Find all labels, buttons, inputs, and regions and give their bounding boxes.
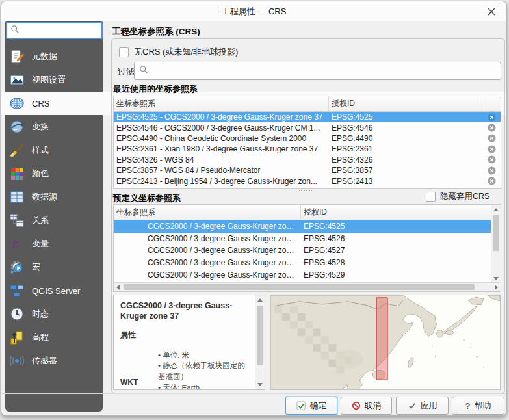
elevation-icon	[8, 329, 25, 346]
auth-id-cell: EPSG:4526	[301, 234, 491, 243]
remove-crs-icon[interactable]	[488, 155, 496, 164]
recent-crs-row[interactable]: EPSG:2413 - Beijing 1954 / 3-degree Gaus…	[114, 176, 501, 186]
ok-button[interactable]: 确定	[285, 397, 337, 415]
predefined-crs-row[interactable]: CGCS2000 / 3-degree Gauss-Kruger zone 39…	[114, 244, 491, 257]
scrollbar-thumb[interactable]	[124, 284, 475, 290]
colors-icon	[8, 165, 25, 182]
macros-icon	[8, 259, 25, 276]
recent-crs-row[interactable]: EPSG:4525 - CGCS2000 / 3-degree Gauss-Kr…	[114, 112, 501, 122]
hide-deprecated-checkbox[interactable]	[426, 192, 436, 202]
crs-property-item: 单位: 米	[158, 350, 250, 361]
title-bar: 工程属性 — CRS	[1, 1, 506, 21]
recent-crs-row[interactable]: EPSG:3857 - WGS 84 / Pseudo-MercatorEPSG…	[114, 165, 501, 176]
sidebar-item-label: 关系	[32, 215, 49, 226]
crs-name-cell: CGCS2000 / 3-degree Gauss-Kruger zone 41	[114, 270, 301, 280]
apply-button[interactable]: 应用	[396, 397, 449, 415]
scroll-up-icon[interactable]	[493, 208, 499, 211]
predefined-crs-row[interactable]: CGCS2000 / 3-degree Gauss-Kruger zone 40…	[114, 257, 491, 269]
auth-id-cell: EPSG:2413	[329, 177, 482, 186]
crs-filter-box[interactable]	[134, 62, 501, 80]
filter-label: 过滤	[118, 66, 135, 78]
auth-id-cell: EPSG:4529	[301, 270, 491, 280]
crs-name-cell: EPSG:3857 - WGS 84 / Pseudo-Mercator	[114, 166, 329, 175]
recent-crs-row[interactable]: EPSG:2361 - Xian 1980 / 3-degree Gauss-K…	[114, 144, 501, 154]
help-button[interactable]: ?帮助	[452, 397, 504, 415]
button-label: 取消	[365, 400, 382, 412]
remove-crs-icon[interactable]	[488, 134, 496, 142]
recent-crs-row[interactable]: EPSG:4326 - WGS 84EPSG:4326	[114, 155, 501, 165]
no-crs-label: 无CRS (或未知/非地球投影)	[134, 46, 238, 58]
sidebar-item-label: 颜色	[32, 168, 49, 179]
crs-name-cell: EPSG:4326 - WGS 84	[114, 155, 329, 164]
scroll-down-icon[interactable]	[257, 383, 263, 386]
scroll-right-icon[interactable]	[495, 285, 498, 290]
crs-name-cell: EPSG:4525 - CGCS2000 / 3-degree Gauss-Kr…	[114, 112, 329, 122]
recent-crs-row[interactable]: EPSG:4546 - CGCS2000 / 3-degree Gauss-Kr…	[114, 122, 501, 133]
column-header-auth-id[interactable]: 授权ID	[301, 205, 491, 220]
crs-properties-list: 单位: 米静态（依赖于板块固定的基准面）天体: Earth方法: Transve…	[158, 350, 250, 391]
crs-name-cell: EPSG:4546 - CGCS2000 / 3-degree Gauss-Kr…	[114, 124, 329, 133]
predefined-crs-row[interactable]: CGCS2000 / 3-degree Gauss-Kruger zone 37…	[114, 220, 491, 233]
no-crs-checkbox[interactable]	[119, 47, 129, 57]
scrollbar-thumb[interactable]	[493, 215, 499, 251]
remove-crs-icon[interactable]	[488, 124, 496, 132]
column-header-crs[interactable]: 坐标参照系	[114, 205, 301, 220]
ok-icon	[296, 401, 306, 411]
recent-crs-row[interactable]: EPSG:4490 - China Geodetic Coordinate Sy…	[114, 133, 501, 144]
crs-filter-input[interactable]	[151, 66, 501, 75]
horizontal-scrollbar[interactable]	[114, 282, 501, 291]
scroll-left-icon[interactable]	[116, 285, 120, 290]
scroll-up-icon[interactable]	[257, 298, 263, 302]
crs-name-cell: EPSG:2361 - Xian 1980 / 3-degree Gauss-K…	[114, 144, 329, 153]
scroll-down-icon[interactable]	[493, 277, 499, 280]
predefined-crs-row[interactable]: CGCS2000 / 3-degree Gauss-Kruger zone 38…	[114, 233, 491, 245]
remove-crs-icon[interactable]	[488, 145, 496, 153]
svg-text:ε: ε	[12, 236, 19, 252]
vertical-scrollbar[interactable]	[255, 295, 265, 389]
column-header-crs[interactable]: 坐标参照系	[114, 96, 329, 111]
sensors-icon	[8, 352, 25, 369]
crs-info-title: CGCS2000 / 3-degree Gauss-Kruger zone 37	[120, 300, 250, 322]
auth-id-cell: EPSG:2361	[329, 144, 482, 153]
scrollbar-thumb[interactable]	[257, 306, 263, 365]
crs-properties-label: 属性	[120, 330, 250, 341]
no-crs-row: 无CRS (或未知/非地球投影)	[119, 46, 238, 58]
relations-icon	[8, 212, 25, 229]
auth-id-cell: EPSG:4528	[301, 258, 491, 267]
hide-deprecated-row: 隐藏弃用CRS	[426, 191, 489, 202]
remove-crs-icon[interactable]	[488, 113, 496, 122]
sidebar-item-label: 传感器	[32, 355, 57, 367]
crs-extent-map	[270, 295, 501, 390]
auth-id-cell: EPSG:4546	[329, 124, 482, 133]
column-header-auth-id[interactable]: 授权ID	[329, 96, 482, 111]
sidebar-item-label: QGIS Server	[32, 286, 80, 296]
server-icon	[8, 282, 25, 299]
sidebar-search-input[interactable]	[22, 26, 101, 35]
page-title: 工程坐标参照系 (CRS)	[112, 26, 200, 38]
splitter-handle[interactable]	[299, 190, 312, 191]
wkt-label: WKT	[120, 378, 138, 387]
button-label: 确定	[310, 400, 327, 412]
vertical-scrollbar[interactable]	[491, 205, 501, 283]
crs-property-item: 天体: Earth	[158, 382, 250, 390]
help-icon: ?	[465, 401, 471, 411]
sidebar-item-label: 样式	[32, 144, 49, 156]
predefined-table-body: CGCS2000 / 3-degree Gauss-Kruger zone 37…	[114, 220, 491, 286]
metadata-icon	[8, 48, 25, 65]
predefined-crs-row[interactable]: CGCS2000 / 3-degree Gauss-Kruger zone 41…	[114, 269, 491, 281]
sidebar-search-box[interactable]	[6, 22, 103, 39]
close-icon[interactable]	[486, 6, 497, 18]
remove-crs-icon[interactable]	[488, 177, 496, 185]
style-icon	[8, 142, 25, 159]
crs-name-cell: CGCS2000 / 3-degree Gauss-Kruger zone 38	[114, 234, 301, 243]
auth-id-cell: EPSG:4525	[329, 112, 482, 122]
crs-extent-highlight	[376, 298, 387, 380]
hide-deprecated-label: 隐藏弃用CRS	[440, 191, 489, 202]
auth-id-cell: EPSG:4326	[329, 155, 482, 164]
crs-property-item: 静态（依赖于板块固定的基准面）	[158, 360, 250, 382]
sidebar-item-label: 时态	[32, 308, 49, 320]
sidebar-item-label: 高程	[32, 332, 49, 343]
remove-crs-icon[interactable]	[488, 166, 496, 175]
cancel-button[interactable]: 取消	[341, 397, 392, 415]
predefined-crs-section-title: 预定义坐标参照系	[113, 192, 181, 204]
